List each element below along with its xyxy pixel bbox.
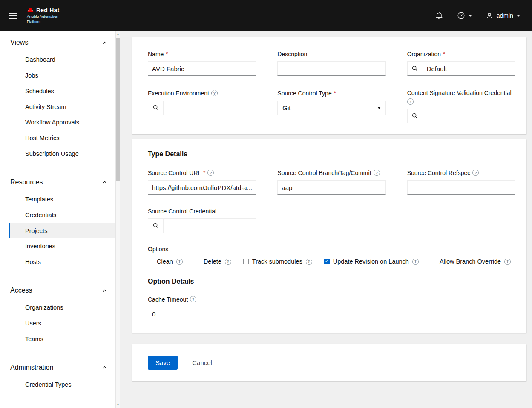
- sidebar-item-subscription-usage[interactable]: Subscription Usage: [0, 146, 115, 162]
- checkbox-label: Delete: [204, 258, 221, 265]
- project-form-top-card: Name * Description Organization *: [132, 37, 526, 134]
- main-content: Name * Description Organization *: [120, 31, 532, 408]
- checkbox-clean[interactable]: Clean ?: [148, 258, 183, 265]
- app-logo[interactable]: Red Hat Ansible Automation Platform: [27, 7, 71, 24]
- field-label: Description: [277, 51, 307, 57]
- chevron-up-icon: [102, 41, 107, 44]
- nav-group-toggle-views[interactable]: Views: [0, 33, 115, 52]
- sidebar-item-inventories[interactable]: Inventories: [0, 238, 115, 254]
- scrollbar-thumb[interactable]: [116, 38, 120, 181]
- nav-toggle-button[interactable]: [6, 9, 21, 23]
- help-icon[interactable]: ?: [472, 170, 479, 176]
- checkbox-delete[interactable]: Delete ?: [195, 258, 231, 265]
- option-details-title: Option Details: [148, 278, 515, 285]
- field-description: Description: [277, 50, 385, 76]
- help-icon[interactable]: ?: [407, 98, 414, 105]
- sidebar-item-credentials[interactable]: Credentials: [0, 207, 115, 223]
- help-icon[interactable]: ?: [412, 259, 419, 265]
- help-menu-button[interactable]: [456, 10, 473, 21]
- scroll-up-arrow-icon[interactable]: ▲: [116, 32, 120, 37]
- field-source-control-type: Source Control Type * Git: [277, 89, 385, 123]
- help-icon[interactable]: ?: [225, 259, 231, 265]
- scm-credential-search-button[interactable]: [148, 218, 164, 233]
- help-icon[interactable]: ?: [374, 170, 380, 176]
- nav-group-access: Access Organizations Users Teams: [0, 277, 115, 354]
- source-control-type-select[interactable]: Git: [277, 101, 385, 115]
- form-actions-card: Save Cancel: [132, 344, 526, 381]
- field-scm-url: Source Control URL * ?: [148, 169, 256, 195]
- notifications-button[interactable]: [434, 10, 444, 22]
- execution-environment-input[interactable]: [164, 101, 256, 115]
- sidebar-item-credential-types[interactable]: Credential Types: [0, 377, 115, 393]
- nav-group-toggle-access[interactable]: Access: [0, 281, 115, 300]
- help-icon[interactable]: ?: [306, 259, 312, 265]
- help-icon[interactable]: ?: [211, 90, 218, 96]
- nav-group-toggle-resources[interactable]: Resources: [0, 172, 115, 192]
- options-checkbox-group: Clean ? Delete ? Track submodules ? Upda…: [148, 258, 515, 265]
- help-icon[interactable]: ?: [176, 259, 183, 265]
- name-input[interactable]: [148, 61, 256, 76]
- scroll-down-arrow-icon[interactable]: ▼: [116, 402, 120, 407]
- cache-timeout-input[interactable]: [148, 307, 515, 321]
- sidebar-item-dashboard[interactable]: Dashboard: [0, 52, 115, 68]
- required-asterisk: *: [166, 51, 168, 57]
- sidebar-item-activity-stream[interactable]: Activity Stream: [0, 99, 115, 115]
- sidebar-item-host-metrics[interactable]: Host Metrics: [0, 130, 115, 146]
- nav-group-administration: Administration Credential Types: [0, 354, 115, 399]
- field-label: Organization: [407, 51, 441, 57]
- nav-group-views: Views Dashboard Jobs Schedules Activity …: [0, 31, 115, 169]
- scm-url-input[interactable]: [148, 180, 256, 195]
- sidebar-item-hosts[interactable]: Hosts: [0, 254, 115, 270]
- cancel-button[interactable]: Cancel: [192, 356, 212, 370]
- description-input[interactable]: [277, 61, 385, 76]
- scm-credential-input[interactable]: [164, 218, 256, 233]
- caret-down-icon: [517, 15, 520, 17]
- field-name: Name *: [148, 50, 256, 76]
- nav-group-resources: Resources Templates Credentials Projects…: [0, 169, 115, 277]
- sidebar-item-projects[interactable]: Projects: [9, 223, 115, 239]
- sidebar-item-templates[interactable]: Templates: [0, 192, 115, 207]
- save-button[interactable]: Save: [148, 356, 178, 370]
- brand-title: Red Hat: [36, 7, 59, 14]
- caret-down-icon: [469, 15, 472, 17]
- checkbox-box: [431, 259, 436, 264]
- required-asterisk: *: [203, 170, 205, 176]
- field-content-signature-credential: Content Signature Validation Credential …: [407, 89, 515, 123]
- search-icon: [412, 66, 418, 72]
- checkbox-update-revision-on-launch[interactable]: Update Revision on Launch ?: [324, 258, 419, 265]
- sidebar-item-organizations[interactable]: Organizations: [0, 300, 115, 316]
- required-asterisk: *: [443, 51, 445, 57]
- options-label: Options: [148, 246, 515, 253]
- checkbox-allow-branch-override[interactable]: Allow Branch Override ?: [431, 258, 511, 265]
- content-signature-search-button[interactable]: [407, 109, 423, 123]
- organization-input[interactable]: [423, 61, 515, 76]
- organization-search-button[interactable]: [407, 61, 423, 76]
- field-organization: Organization *: [407, 50, 515, 76]
- nav-group-toggle-administration[interactable]: Administration: [0, 358, 115, 377]
- field-label: Source Control Refspec: [407, 170, 471, 176]
- sidebar-item-teams[interactable]: Teams: [0, 331, 115, 347]
- sidebar-item-schedules[interactable]: Schedules: [0, 83, 115, 99]
- field-label: Cache Timeout: [148, 296, 188, 303]
- checkbox-label: Track submodules: [252, 258, 302, 265]
- type-details-card: Type Details Source Control URL * ? Sour…: [132, 139, 526, 333]
- username-label: admin: [497, 12, 514, 19]
- field-execution-environment: Execution Environment ?: [148, 89, 256, 123]
- sidebar-item-users[interactable]: Users: [0, 316, 115, 331]
- sidebar-item-workflow-approvals[interactable]: Workflow Approvals: [0, 115, 115, 130]
- scm-refspec-input[interactable]: [407, 180, 515, 195]
- user-menu-button[interactable]: admin: [485, 10, 521, 21]
- help-icon[interactable]: ?: [504, 259, 511, 265]
- sidebar-scrollbar[interactable]: ▲ ▼: [115, 31, 120, 408]
- search-icon: [412, 113, 418, 119]
- field-label: Source Control URL: [148, 170, 201, 176]
- checkbox-track-submodules[interactable]: Track submodules ?: [243, 258, 312, 265]
- scm-branch-input[interactable]: [277, 180, 385, 195]
- checkbox-label: Update Revision on Launch: [333, 258, 409, 265]
- sidebar-item-jobs[interactable]: Jobs: [0, 68, 115, 83]
- help-icon[interactable]: ?: [190, 296, 196, 302]
- help-icon[interactable]: ?: [207, 170, 214, 176]
- content-signature-input[interactable]: [423, 109, 515, 123]
- field-label: Content Signature Validation Credential: [407, 89, 512, 96]
- execution-environment-search-button[interactable]: [148, 101, 164, 115]
